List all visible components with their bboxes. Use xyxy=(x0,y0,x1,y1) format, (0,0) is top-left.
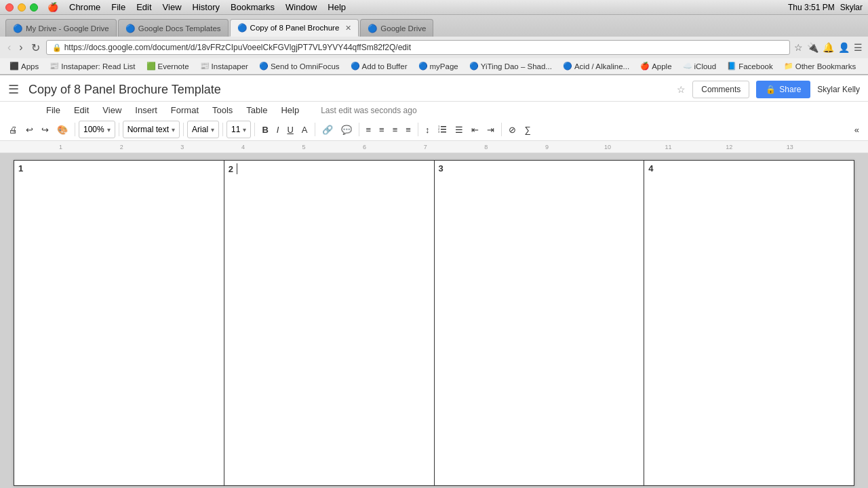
gdocs-menu-bar: File Edit View Insert Format Tools Table… xyxy=(0,102,868,119)
bookmark-other[interactable]: 📁 Other Bookmarks xyxy=(780,61,860,71)
extension-icon-2[interactable]: 🔔 xyxy=(823,42,834,53)
panel-1[interactable]: 1 xyxy=(14,161,224,486)
bookmark-buffer[interactable]: 🔵 Add to Buffer xyxy=(347,61,412,71)
align-justify-button[interactable]: ≡ xyxy=(402,123,414,137)
bookmark-omnifocus[interactable]: 🔵 Send to OmniFocus xyxy=(255,61,344,71)
tab-copy-brochure[interactable]: 🔵 Copy of 8 Panel Brochure ✕ xyxy=(230,19,359,37)
indent-decrease-button[interactable]: ⇤ xyxy=(468,123,482,137)
gdocs-menu-view[interactable]: View xyxy=(97,103,127,117)
divider-4 xyxy=(222,123,223,136)
share-label: Share xyxy=(779,85,801,94)
ruler: 1 2 3 4 5 6 7 8 9 10 11 12 13 xyxy=(0,141,868,153)
tab-google-docs-templates[interactable]: 🔵 Google Docs Templates xyxy=(118,19,229,37)
panel-2[interactable]: 2 xyxy=(224,161,434,486)
menu-edit[interactable]: Edit xyxy=(136,2,151,12)
ssl-icon: 🔒 xyxy=(52,43,62,52)
divider-7 xyxy=(359,123,359,136)
redo-button[interactable]: ↪ xyxy=(38,123,52,137)
indent-increase-button[interactable]: ⇥ xyxy=(484,123,498,137)
line-spacing-button[interactable]: ↕ xyxy=(422,123,433,137)
comments-button[interactable]: Comments xyxy=(692,81,749,98)
bookmark-icloud[interactable]: ☁️ iCloud xyxy=(679,61,721,71)
chrome-menu-icon[interactable]: ☰ xyxy=(854,42,863,53)
fontsize-dropdown[interactable]: 11 ▾ xyxy=(226,121,251,138)
tab-google-drive[interactable]: 🔵 Google Drive xyxy=(360,19,433,37)
zoom-dropdown[interactable]: 100% ▾ xyxy=(79,121,115,138)
ruler-mark-3: 3 xyxy=(180,144,184,150)
menu-chrome[interactable]: Chrome xyxy=(69,2,100,12)
link-button[interactable]: 🔗 xyxy=(319,123,336,137)
bookmark-yiting[interactable]: 🔵 YiTing Dao – Shad... xyxy=(465,61,556,71)
panel-1-number: 1 xyxy=(18,163,23,174)
other-bookmarks-icon: 📁 xyxy=(784,62,793,70)
panel-3[interactable]: 3 xyxy=(434,161,644,486)
font-dropdown[interactable]: Arial ▾ xyxy=(187,121,219,138)
equation-button[interactable]: ∑ xyxy=(521,123,534,137)
text-color-button[interactable]: A xyxy=(298,123,311,137)
menu-window[interactable]: Window xyxy=(285,2,317,12)
panel-4[interactable]: 4 xyxy=(644,161,854,486)
reload-button[interactable]: ↻ xyxy=(29,41,42,54)
extension-icon-3[interactable]: 👤 xyxy=(838,42,850,53)
menu-history[interactable]: History xyxy=(193,2,220,12)
bookmark-apps[interactable]: ⬛ Apps xyxy=(5,61,43,71)
style-dropdown[interactable]: Normal text ▾ xyxy=(123,121,180,138)
os-menu-bar: 🍎 Chrome File Edit View History Bookmark… xyxy=(47,2,346,12)
menu-bookmarks[interactable]: Bookmarks xyxy=(231,2,275,12)
minimize-button[interactable] xyxy=(18,3,26,12)
ruler-mark-8: 8 xyxy=(484,144,488,150)
gdocs-menu-file[interactable]: File xyxy=(41,103,66,117)
bookmark-star-icon[interactable]: ☆ xyxy=(794,42,803,53)
bullet-list-button[interactable]: ☰ xyxy=(452,123,467,137)
close-button[interactable] xyxy=(5,3,14,12)
url-bar[interactable]: 🔒 https://docs.google.com/document/d/18v… xyxy=(46,40,790,55)
yiting-icon: 🔵 xyxy=(469,62,479,70)
gdocs-menu-insert[interactable]: Insert xyxy=(130,103,163,117)
bookmark-mypage[interactable]: 🔵 myPage xyxy=(414,61,462,71)
tab-favicon-1: 🔵 xyxy=(13,24,22,33)
bookmark-apple[interactable]: 🍎 Apple xyxy=(636,61,675,71)
tab-my-drive[interactable]: 🔵 My Drive - Google Drive xyxy=(5,19,117,37)
menu-view[interactable]: View xyxy=(163,2,182,12)
bookmark-facebook[interactable]: 📘 Facebook xyxy=(723,61,777,71)
comment-button[interactable]: 💬 xyxy=(338,123,355,137)
gdocs-menu-help[interactable]: Help xyxy=(275,103,304,117)
gdocs-menu-format[interactable]: Format xyxy=(165,103,204,117)
acid-icon: 🔵 xyxy=(563,62,572,70)
svg-rect-2 xyxy=(441,131,446,133)
share-button[interactable]: 🔒 Share xyxy=(756,81,810,98)
italic-button[interactable]: I xyxy=(273,123,283,137)
document-area[interactable]: 1 2 3 4 xyxy=(0,153,868,488)
gdocs-menu-tools[interactable]: Tools xyxy=(207,103,238,117)
forward-button[interactable]: › xyxy=(17,41,24,54)
extension-icon-1[interactable]: 🔌 xyxy=(807,42,818,53)
maximize-button[interactable] xyxy=(30,3,38,12)
bold-button[interactable]: B xyxy=(258,123,271,137)
numbered-list-button[interactable]: 1 2 3 xyxy=(434,123,450,136)
paint-format-button[interactable]: 🎨 xyxy=(54,123,71,137)
align-right-button[interactable]: ≡ xyxy=(389,123,401,137)
collapse-toolbar-button[interactable]: « xyxy=(851,123,863,137)
menu-help[interactable]: Help xyxy=(328,2,346,12)
bookmark-instapaper-read[interactable]: 📰 Instapaper: Read List xyxy=(45,61,139,71)
back-button[interactable]: ‹ xyxy=(5,41,13,54)
user-account[interactable]: Skylar Kelly xyxy=(817,85,860,94)
apple-menu[interactable]: 🍎 xyxy=(47,2,58,12)
menu-file[interactable]: File xyxy=(111,2,125,12)
gdocs-hamburger-icon[interactable]: ☰ xyxy=(8,82,19,97)
bookmark-instapaper[interactable]: 📰 Instapaper xyxy=(196,61,252,71)
document-title[interactable]: Copy of 8 Panel Brochure Template xyxy=(28,83,670,97)
gdocs-menu-table[interactable]: Table xyxy=(241,103,273,117)
tab-close-3[interactable]: ✕ xyxy=(345,24,351,33)
print-button[interactable]: 🖨 xyxy=(5,123,21,137)
align-left-button[interactable]: ≡ xyxy=(363,123,375,137)
window-controls[interactable] xyxy=(5,3,38,12)
align-center-button[interactable]: ≡ xyxy=(376,123,388,137)
undo-button[interactable]: ↩ xyxy=(22,123,37,137)
gdocs-menu-edit[interactable]: Edit xyxy=(68,103,94,117)
bookmark-evernote[interactable]: 🟩 Evernote xyxy=(142,61,193,71)
clear-formatting-button[interactable]: ⊘ xyxy=(505,123,519,137)
underline-button[interactable]: U xyxy=(283,123,296,137)
star-document-icon[interactable]: ☆ xyxy=(677,84,686,95)
bookmark-acid[interactable]: 🔵 Acid / Alkaline... xyxy=(559,61,633,71)
